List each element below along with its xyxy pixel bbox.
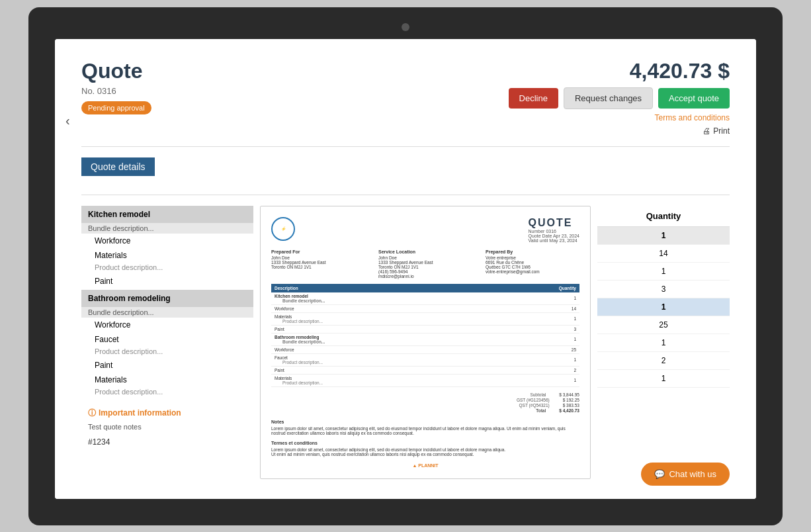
prepared-by-addr2: Québec G7C C7H 1W6	[486, 265, 579, 269]
prepared-for-title: Prepared For	[271, 249, 365, 254]
notes-title: Notes	[271, 420, 579, 424]
prepared-by-block: Prepared By Votre entreprise 6691 Rue du…	[486, 249, 579, 279]
sidebar-item-materials-1-desc: Product description...	[81, 263, 253, 274]
preview-header: ⚡ QUOTE Number 0316 Quote Date Apr 23, 2…	[271, 217, 579, 243]
prepared-for-name: John Doe	[271, 255, 365, 260]
service-location-phone: (416) 596-9494	[378, 269, 472, 274]
qst-value: $ 383.53	[563, 403, 579, 408]
table-qty: 25	[488, 345, 579, 353]
bundle-bathroom: Bathroom remodeling Bundle description..…	[81, 290, 253, 398]
section-title: Quote details	[81, 157, 155, 176]
bundle-kitchen-header[interactable]: Kitchen remodel	[81, 206, 253, 223]
sidebar-item-workforce-2[interactable]: Workforce	[81, 318, 253, 332]
terms-text2: Ut enim ad minim veniam, quis nostrud ex…	[271, 452, 579, 457]
center-preview: ⚡ QUOTE Number 0316 Quote Date Apr 23, 2…	[253, 206, 597, 479]
chat-icon: 💬	[654, 469, 665, 479]
terms-text: Lorem ipsum dolor sit amet, consectetur …	[271, 447, 579, 452]
left-sidebar: Kitchen remodel Bundle description... Wo…	[81, 206, 253, 479]
gst-label: GST (#G123456)	[517, 398, 550, 402]
action-buttons: Decline Request changes Accept quote	[509, 87, 730, 109]
header-divider	[81, 146, 730, 147]
table-row: Kitchen remodelBundle description...	[271, 292, 488, 305]
prepared-for-addr2: Toronto ON M2J 1V1	[271, 265, 365, 269]
preview-totals: Subtotal $ 3,844.95 GST (#G123456) $ 192…	[271, 392, 579, 413]
request-changes-button[interactable]: Request changes	[564, 87, 653, 109]
quote-ref: #1234	[81, 432, 253, 452]
terms-conditions-link[interactable]: Terms and conditions	[655, 113, 730, 122]
back-arrow[interactable]: ‹	[65, 113, 70, 128]
important-info[interactable]: ⓘ Important information	[81, 405, 253, 421]
subtotal-line: Subtotal $ 3,844.95	[271, 392, 579, 397]
qst-line: QST (#Q54321) $ 383.53	[271, 403, 579, 408]
sidebar-item-materials-1[interactable]: Materials	[81, 248, 253, 263]
sidebar-item-faucet[interactable]: Faucet	[81, 332, 253, 347]
preview-quote-date: Quote Date Apr 23, 2024	[529, 234, 579, 238]
table-qty: 1	[488, 353, 579, 366]
table-header-desc: Description	[271, 284, 488, 292]
accept-quote-button[interactable]: Accept quote	[658, 88, 730, 109]
prepared-for-addr1: 1333 Sheppard Avenue East	[271, 260, 365, 265]
qty-row-6: 25	[597, 316, 730, 334]
bundle-kitchen: Kitchen remodel Bundle description... Wo…	[81, 206, 253, 288]
terms-title: Termes et conditions	[271, 441, 579, 445]
preview-addresses: Prepared For John Doe 1333 Sheppard Aven…	[271, 249, 579, 279]
section-divider	[81, 195, 730, 195]
preview-quote-number: Number 0316	[529, 229, 579, 234]
quote-number: No. 0316	[81, 86, 151, 96]
service-location-name: John Doe	[378, 255, 472, 260]
chat-label: Chat with us	[669, 469, 716, 479]
total-line: Total $ 4,420.73	[271, 408, 579, 413]
total-value: $ 4,420.73	[559, 408, 579, 413]
prepared-by-email: votre-entreprise@gmail.com	[486, 269, 579, 274]
table-row: Bathroom remodelingBundle description...	[271, 333, 488, 345]
table-qty: 1	[488, 374, 579, 386]
printer-icon: 🖨	[703, 126, 710, 136]
bundle-bathroom-header[interactable]: Bathroom remodeling	[81, 290, 253, 307]
subtotal-value: $ 3,844.95	[559, 392, 579, 397]
prepared-by-title: Prepared By	[486, 249, 579, 254]
subtotal-label: Subtotal	[530, 392, 546, 397]
preview-document: ⚡ QUOTE Number 0316 Quote Date Apr 23, 2…	[260, 206, 591, 479]
table-row: Workforce	[271, 304, 488, 312]
sidebar-item-materials-2[interactable]: Materials	[81, 373, 253, 387]
preview-terms: Termes et conditions Lorem ipsum dolor s…	[271, 441, 579, 457]
service-location-title: Service Location	[378, 249, 472, 254]
print-label: Print	[713, 126, 730, 136]
main-layout: Kitchen remodel Bundle description... Wo…	[81, 206, 730, 479]
test-notes: Test quote notes	[81, 421, 253, 432]
print-link[interactable]: 🖨 Print	[703, 126, 730, 136]
preview-notes: Notes Lorem ipsum dolor sit amet, consec…	[271, 420, 579, 435]
qty-row-5: 1	[597, 298, 730, 316]
qty-row-4: 3	[597, 281, 730, 298]
qty-row-1: 1	[597, 227, 730, 245]
qty-row-9: 1	[597, 370, 730, 388]
quantity-header: Quantity	[597, 206, 730, 227]
sidebar-item-materials-2-desc: Product description...	[81, 387, 253, 398]
app-content: ‹ Quote No. 0316 Pending approval 4,420.…	[55, 39, 756, 499]
sidebar-item-paint-1[interactable]: Paint	[81, 274, 253, 288]
header-row: Quote No. 0316 Pending approval 4,420.73…	[81, 59, 730, 136]
gst-line: GST (#G123456) $ 192.25	[271, 398, 579, 402]
prepared-for-block: Prepared For John Doe 1333 Sheppard Aven…	[271, 249, 365, 279]
table-qty: 1	[488, 312, 579, 325]
service-location-addr1: 1333 Sheppard Avenue East	[378, 260, 472, 265]
prepared-by-addr1: 6691 Rue du Chêne	[486, 260, 579, 265]
table-qty: 2	[488, 366, 579, 374]
decline-button[interactable]: Decline	[509, 88, 558, 109]
sidebar-item-workforce-1[interactable]: Workforce	[81, 234, 253, 248]
important-info-label: Important information	[99, 408, 181, 418]
sidebar-item-paint-2[interactable]: Paint	[81, 358, 253, 373]
status-badge: Pending approval	[81, 101, 151, 114]
qty-row-8: 2	[597, 352, 730, 370]
bundle-bathroom-desc: Bundle description...	[81, 307, 253, 318]
qty-row-2: 14	[597, 245, 730, 263]
service-location-email: mdiscre@planni.io	[378, 274, 472, 279]
table-row: Paint	[271, 325, 488, 333]
gst-value: $ 192.25	[563, 398, 579, 402]
company-logo: ⚡	[271, 217, 295, 241]
table-qty: 3	[488, 325, 579, 333]
chat-button[interactable]: 💬 Chat with us	[641, 463, 730, 486]
qty-row-7: 1	[597, 334, 730, 352]
header-left: Quote No. 0316 Pending approval	[81, 59, 151, 114]
preview-quote-info: QUOTE Number 0316 Quote Date Apr 23, 202…	[529, 217, 579, 243]
